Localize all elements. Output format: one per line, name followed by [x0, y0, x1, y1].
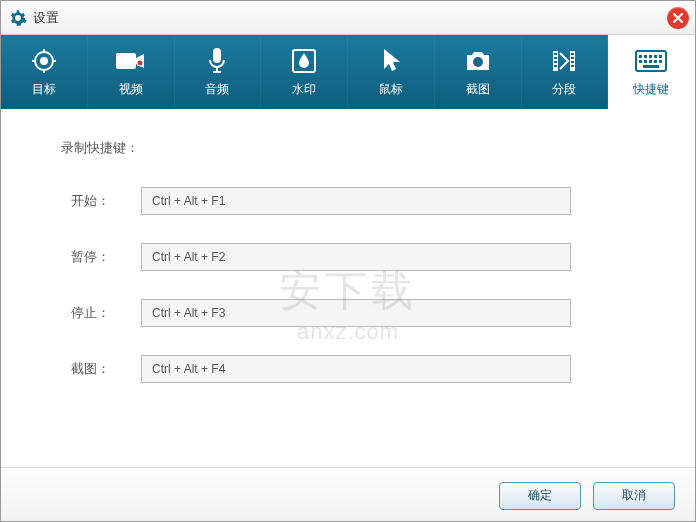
row-stop: 停止： — [41, 299, 655, 327]
svg-rect-27 — [659, 60, 662, 63]
input-stop-hotkey[interactable] — [141, 299, 571, 327]
tab-audio[interactable]: 音频 — [175, 35, 262, 109]
tab-video[interactable]: 视频 — [88, 35, 175, 109]
footer: 确定 取消 — [1, 467, 695, 522]
tab-label: 快捷键 — [633, 81, 669, 98]
svg-rect-12 — [554, 65, 557, 67]
tab-label: 截图 — [466, 81, 490, 98]
input-pause-hotkey[interactable] — [141, 243, 571, 271]
svg-rect-25 — [649, 60, 652, 63]
tab-label: 音频 — [205, 81, 229, 98]
window-title: 设置 — [33, 9, 59, 27]
svg-point-3 — [137, 60, 143, 66]
watermark-icon — [291, 47, 317, 75]
tab-label: 鼠标 — [379, 81, 403, 98]
video-icon — [116, 47, 146, 75]
content-panel: 安下载 anxz.com 录制快捷键： 开始： 暂停： 停止： 截图： — [1, 109, 695, 467]
row-start: 开始： — [41, 187, 655, 215]
svg-rect-10 — [554, 57, 557, 59]
camera-icon — [463, 47, 493, 75]
section-title: 录制快捷键： — [61, 139, 655, 157]
svg-rect-20 — [649, 55, 652, 58]
svg-point-6 — [473, 57, 483, 67]
svg-rect-4 — [213, 48, 221, 63]
svg-rect-2 — [116, 53, 136, 69]
label-pause: 暂停： — [41, 248, 141, 266]
cursor-icon — [380, 47, 402, 75]
svg-rect-28 — [643, 65, 659, 68]
tab-screenshot[interactable]: 截图 — [435, 35, 522, 109]
tab-cursor[interactable]: 鼠标 — [348, 35, 435, 109]
cancel-button[interactable]: 取消 — [593, 482, 675, 510]
svg-rect-19 — [644, 55, 647, 58]
svg-rect-22 — [659, 55, 662, 58]
input-screenshot-hotkey[interactable] — [141, 355, 571, 383]
titlebar: 设置 — [1, 1, 695, 35]
svg-rect-24 — [644, 60, 647, 63]
tab-label: 目标 — [32, 81, 56, 98]
target-icon — [30, 47, 58, 75]
svg-rect-18 — [639, 55, 642, 58]
audio-icon — [206, 47, 228, 75]
svg-rect-13 — [571, 53, 574, 55]
label-screenshot: 截图： — [41, 360, 141, 378]
svg-rect-23 — [639, 60, 642, 63]
tab-label: 水印 — [292, 81, 316, 98]
svg-rect-16 — [571, 65, 574, 67]
svg-rect-21 — [654, 55, 657, 58]
label-start: 开始： — [41, 192, 141, 210]
close-icon — [672, 12, 684, 24]
label-stop: 停止： — [41, 304, 141, 322]
close-button[interactable] — [667, 7, 689, 29]
tab-strip: 目标 视频 音频 水印 — [1, 35, 695, 109]
gear-icon — [9, 9, 27, 27]
tab-hotkeys[interactable]: 快捷键 — [608, 35, 695, 109]
svg-rect-9 — [554, 53, 557, 55]
svg-rect-14 — [571, 57, 574, 59]
row-pause: 暂停： — [41, 243, 655, 271]
svg-rect-15 — [571, 61, 574, 63]
svg-point-1 — [41, 58, 47, 64]
tab-label: 分段 — [552, 81, 576, 98]
ok-button[interactable]: 确定 — [499, 482, 581, 510]
tab-target[interactable]: 目标 — [1, 35, 88, 109]
row-screenshot: 截图： — [41, 355, 655, 383]
segment-icon — [551, 47, 577, 75]
tab-watermark[interactable]: 水印 — [261, 35, 348, 109]
tab-label: 视频 — [119, 81, 143, 98]
tab-segment[interactable]: 分段 — [522, 35, 609, 109]
svg-rect-11 — [554, 61, 557, 63]
svg-rect-26 — [654, 60, 657, 63]
input-start-hotkey[interactable] — [141, 187, 571, 215]
keyboard-icon — [635, 47, 667, 75]
